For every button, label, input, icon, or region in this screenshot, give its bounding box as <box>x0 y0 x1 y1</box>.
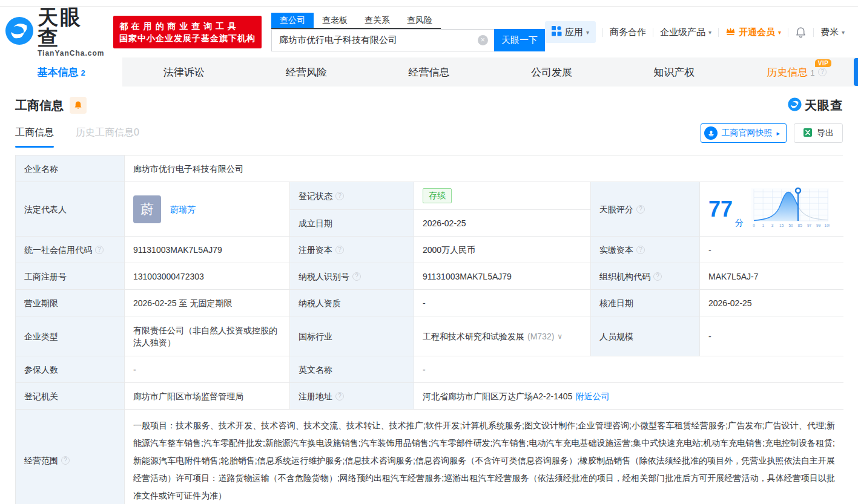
excel-icon <box>803 128 813 139</box>
svg-text:1: 1 <box>762 223 764 227</box>
help-icon[interactable]: ? <box>636 246 645 254</box>
business-scope-text: 一般项目：技术服务、技术开发、技术咨询、技术交流、技术转让、技术推广;软件开发;… <box>133 417 835 504</box>
divider <box>788 28 788 37</box>
watermark-text: 天眼查 <box>805 97 843 114</box>
tab-label: 经营信息 <box>408 65 449 79</box>
field-value-legal-rep: 蔚 蔚瑞芳 <box>125 182 290 237</box>
help-icon[interactable]: ? <box>335 246 344 254</box>
field-label-est-date: 成立日期 <box>290 210 414 237</box>
field-label-reg-status: 登记状态 ? <box>290 182 414 210</box>
help-icon[interactable]: ? <box>95 246 104 254</box>
industry-text: 工程和技术研究和试验发展 <box>423 330 524 342</box>
help-icon[interactable]: ? <box>352 272 361 281</box>
nav-cooperation[interactable]: 商务合作 <box>610 27 646 38</box>
tab-label: 知识产权 <box>653 65 695 79</box>
help-icon[interactable]: ? <box>653 272 662 281</box>
field-value-industry: 工程和技术研究和试验发展 (M732) ∨ <box>414 316 591 356</box>
help-icon[interactable]: ? <box>636 205 645 214</box>
label-text: 天眼评分 <box>599 203 633 215</box>
search-input[interactable] <box>271 29 494 51</box>
field-value-credit-code: 91131003MAK7L5AJ79 <box>125 237 290 263</box>
label-text: 注册资本 <box>299 244 332 256</box>
tab-operation-risk[interactable]: 经营风险 <box>245 57 368 87</box>
tianyancha-eye-icon <box>5 16 34 48</box>
field-value-approval-date: 2026-02-25 <box>700 290 843 316</box>
snapshot-label: 工商官网快照 <box>721 128 772 139</box>
arrow-right-icon: ▸ <box>776 129 780 137</box>
field-value-reg-capital: 2000万人民币 <box>414 237 591 263</box>
field-value-staff-size: - <box>700 316 843 356</box>
slogan-line1: 都 在 用 的 商 业 查 询 工 具 <box>119 20 256 32</box>
tianyancha-eye-icon <box>788 97 802 114</box>
tab-history-info[interactable]: VIP 历史信息 1 ? <box>736 57 858 87</box>
nav-open-vip[interactable]: 开通会员 ▾ <box>725 27 781 38</box>
field-label-approval-date: 核准日期 <box>591 290 700 316</box>
field-label-reg-capital: 注册资本 ? <box>290 237 414 263</box>
search-tab-relation[interactable]: 查关系 <box>356 13 398 28</box>
official-snapshot-button[interactable]: 工商官网快照 ▸ <box>701 123 787 143</box>
search-tab-risk[interactable]: 查风险 <box>398 13 441 28</box>
section-title: 工商信息 <box>15 97 64 114</box>
score-value: 77 <box>708 198 733 220</box>
svg-text:50: 50 <box>788 223 793 227</box>
help-icon[interactable]: ? <box>61 456 70 465</box>
nav-enterprise-products[interactable]: 企业级产品 ▾ <box>660 27 711 38</box>
help-icon[interactable]: ? <box>335 392 344 401</box>
company-tabbar: 基本信息 2 法律诉讼 经营风险 经营信息 公司发展 知识产权 VIP 历史信息… <box>0 57 858 87</box>
score-unit: 分 <box>735 217 744 229</box>
address-text: 河北省廊坊市广阳区万达广场A2-2-1405 <box>423 390 572 402</box>
site-logo[interactable]: 天眼查 TianYanCha.com <box>5 7 105 57</box>
label-text: 经营范围 <box>24 454 58 466</box>
help-icon[interactable]: ? <box>335 192 344 200</box>
svg-text:97: 97 <box>807 223 812 227</box>
legal-rep-link[interactable]: 蔚瑞芳 <box>170 203 196 215</box>
side-widget-handle[interactable] <box>854 58 858 86</box>
field-label-insured-count: 参保人数 <box>16 356 125 383</box>
search-tab-company[interactable]: 查公司 <box>271 13 314 28</box>
tab-label: 法律诉讼 <box>163 65 205 79</box>
field-label-business-scope: 经营范围 ? <box>16 410 125 504</box>
subtab-history-business-info[interactable]: 历史工商信息0 <box>76 119 139 148</box>
tab-operation-info[interactable]: 经营信息 <box>368 57 490 87</box>
field-label-english-name: 英文名称 <box>290 356 414 383</box>
field-label-taxpayer-qualification: 纳税人资质 <box>290 290 414 316</box>
tab-company-development[interactable]: 公司发展 <box>490 57 613 87</box>
score-distribution-chart: 0 1 3 15 50 85 97 99 100 <box>751 186 830 232</box>
search-tab-boss[interactable]: 查老板 <box>314 13 356 28</box>
field-value-business-term: 2026-02-25 至 无固定期限 <box>125 290 290 316</box>
industry-code: (M732) <box>527 330 554 342</box>
export-button[interactable]: 导出 <box>794 123 843 143</box>
tab-legal-litigation[interactable]: 法律诉讼 <box>122 57 245 87</box>
monitor-bell-icon[interactable] <box>70 97 87 114</box>
field-label-industry: 国标行业 <box>290 316 414 356</box>
svg-text:85: 85 <box>798 223 803 227</box>
field-label-taxpayer-id: 纳税人识别号 ? <box>290 263 414 290</box>
nearby-companies-link[interactable]: 附近公司 <box>575 390 609 402</box>
search-button[interactable]: 天眼一下 <box>494 29 545 51</box>
tab-basic-info[interactable]: 基本信息 2 <box>0 57 122 87</box>
label-text: 实缴资本 <box>599 244 633 256</box>
field-label-org-code: 组织机构代码 ? <box>591 263 700 290</box>
tab-count: 1 <box>810 68 814 77</box>
slogan-banner: 都 在 用 的 商 业 查 询 工 具 国家中小企业发展子基金旗下机构 <box>113 16 262 48</box>
tab-intellectual-property[interactable]: 知识产权 <box>613 57 735 87</box>
notification-bell-icon[interactable] <box>795 27 807 38</box>
clear-icon[interactable]: × <box>478 35 488 45</box>
divider <box>653 28 653 37</box>
label-text: 纳税人识别号 <box>299 270 349 283</box>
chevron-down-icon[interactable]: ∨ <box>557 330 563 342</box>
subtab-business-info[interactable]: 工商信息 <box>15 119 54 148</box>
caret-down-icon: ▾ <box>842 29 845 36</box>
nav-apps[interactable]: 应用 ▾ <box>545 21 596 43</box>
nav-enterprise-label: 企业级产品 <box>660 27 705 38</box>
field-value-company-name: 廊坊市优行电子科技有限公司 <box>125 155 843 182</box>
status-badge: 存续 <box>423 188 452 203</box>
nav-user[interactable]: 费米 ▾ <box>820 27 845 38</box>
label-text: 注册地址 <box>299 390 332 402</box>
caret-down-icon: ▾ <box>778 29 781 36</box>
header-nav: 应用 ▾ 商务合作 企业级产品 ▾ 开通会员 ▾ <box>545 21 845 43</box>
help-icon[interactable]: ? <box>818 68 827 76</box>
crown-icon <box>725 27 736 38</box>
export-label: 导出 <box>817 128 834 139</box>
legal-rep-avatar[interactable]: 蔚 <box>133 195 161 223</box>
